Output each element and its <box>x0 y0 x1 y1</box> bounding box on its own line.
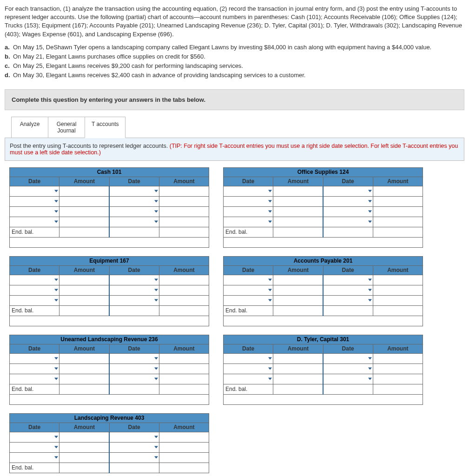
date-cell[interactable] <box>109 186 159 196</box>
amount-cell[interactable] <box>59 353 109 364</box>
date-cell[interactable] <box>10 442 59 452</box>
date-cell[interactable] <box>109 275 159 285</box>
date-cell[interactable] <box>224 186 273 196</box>
amount-cell[interactable] <box>59 432 109 442</box>
amount-cell[interactable] <box>159 285 209 295</box>
end-bal-amount[interactable] <box>273 384 323 394</box>
date-cell[interactable] <box>323 206 373 217</box>
amount-cell[interactable] <box>273 374 323 384</box>
amount-cell[interactable] <box>273 186 323 196</box>
amount-cell[interactable] <box>373 217 423 227</box>
date-cell[interactable] <box>109 432 159 442</box>
date-cell[interactable] <box>224 285 273 295</box>
date-cell[interactable] <box>109 295 159 305</box>
end-bal-amount[interactable] <box>59 305 109 316</box>
date-cell[interactable] <box>109 353 159 364</box>
amount-cell[interactable] <box>59 186 109 196</box>
date-cell[interactable] <box>10 196 59 206</box>
amount-cell[interactable] <box>159 353 209 364</box>
amount-cell[interactable] <box>373 353 423 364</box>
end-bal-amount[interactable] <box>59 463 109 473</box>
date-cell[interactable] <box>109 374 159 384</box>
date-cell[interactable] <box>323 374 373 384</box>
date-cell[interactable] <box>224 353 273 364</box>
amount-cell[interactable] <box>373 186 423 196</box>
date-cell[interactable] <box>10 295 59 305</box>
date-cell[interactable] <box>109 285 159 295</box>
end-bal-amount[interactable] <box>59 227 109 237</box>
tab-t-accounts[interactable]: T accounts <box>85 117 126 138</box>
end-bal-amount[interactable] <box>273 227 323 237</box>
amount-cell[interactable] <box>59 217 109 227</box>
amount-cell[interactable] <box>159 217 209 227</box>
amount-cell[interactable] <box>159 432 209 442</box>
date-cell[interactable] <box>10 285 59 295</box>
amount-cell[interactable] <box>273 196 323 206</box>
date-cell[interactable] <box>109 364 159 374</box>
date-cell[interactable] <box>10 217 59 227</box>
amount-cell[interactable] <box>273 275 323 285</box>
amount-cell[interactable] <box>59 364 109 374</box>
date-cell[interactable] <box>323 295 373 305</box>
amount-cell[interactable] <box>59 196 109 206</box>
amount-cell[interactable] <box>373 295 423 305</box>
date-cell[interactable] <box>224 206 273 217</box>
amount-cell[interactable] <box>159 275 209 285</box>
amount-cell[interactable] <box>159 442 209 452</box>
date-cell[interactable] <box>224 364 273 374</box>
date-cell[interactable] <box>323 196 373 206</box>
amount-cell[interactable] <box>273 217 323 227</box>
date-cell[interactable] <box>10 206 59 217</box>
date-cell[interactable] <box>109 442 159 452</box>
date-cell[interactable] <box>10 353 59 364</box>
date-cell[interactable] <box>323 217 373 227</box>
amount-cell[interactable] <box>159 186 209 196</box>
amount-cell[interactable] <box>373 275 423 285</box>
date-cell[interactable] <box>10 432 59 442</box>
amount-cell[interactable] <box>159 452 209 463</box>
date-cell[interactable] <box>224 295 273 305</box>
amount-cell[interactable] <box>373 374 423 384</box>
date-cell[interactable] <box>10 452 59 463</box>
amount-cell[interactable] <box>59 285 109 295</box>
amount-cell[interactable] <box>273 285 323 295</box>
amount-cell[interactable] <box>59 452 109 463</box>
amount-cell[interactable] <box>273 295 323 305</box>
date-cell[interactable] <box>109 206 159 217</box>
end-bal-amount[interactable] <box>59 384 109 394</box>
date-cell[interactable] <box>224 196 273 206</box>
date-cell[interactable] <box>224 217 273 227</box>
amount-cell[interactable] <box>59 206 109 217</box>
amount-cell[interactable] <box>59 295 109 305</box>
date-cell[interactable] <box>109 196 159 206</box>
date-cell[interactable] <box>10 374 59 384</box>
amount-cell[interactable] <box>159 374 209 384</box>
amount-cell[interactable] <box>159 206 209 217</box>
amount-cell[interactable] <box>59 374 109 384</box>
date-cell[interactable] <box>323 353 373 364</box>
amount-cell[interactable] <box>373 364 423 374</box>
amount-cell[interactable] <box>373 206 423 217</box>
tab-general-journal[interactable]: General Journal <box>48 117 85 138</box>
amount-cell[interactable] <box>59 442 109 452</box>
date-cell[interactable] <box>109 217 159 227</box>
amount-cell[interactable] <box>59 275 109 285</box>
amount-cell[interactable] <box>159 364 209 374</box>
amount-cell[interactable] <box>159 196 209 206</box>
amount-cell[interactable] <box>373 285 423 295</box>
tab-analyze[interactable]: Analyze <box>11 117 48 138</box>
date-cell[interactable] <box>323 186 373 196</box>
date-cell[interactable] <box>109 452 159 463</box>
amount-cell[interactable] <box>273 353 323 364</box>
date-cell[interactable] <box>10 275 59 285</box>
date-cell[interactable] <box>323 285 373 295</box>
date-cell[interactable] <box>10 364 59 374</box>
date-cell[interactable] <box>10 186 59 196</box>
amount-cell[interactable] <box>373 196 423 206</box>
date-cell[interactable] <box>323 364 373 374</box>
date-cell[interactable] <box>224 275 273 285</box>
end-bal-amount[interactable] <box>273 305 323 316</box>
amount-cell[interactable] <box>273 364 323 374</box>
amount-cell[interactable] <box>273 206 323 217</box>
amount-cell[interactable] <box>159 295 209 305</box>
